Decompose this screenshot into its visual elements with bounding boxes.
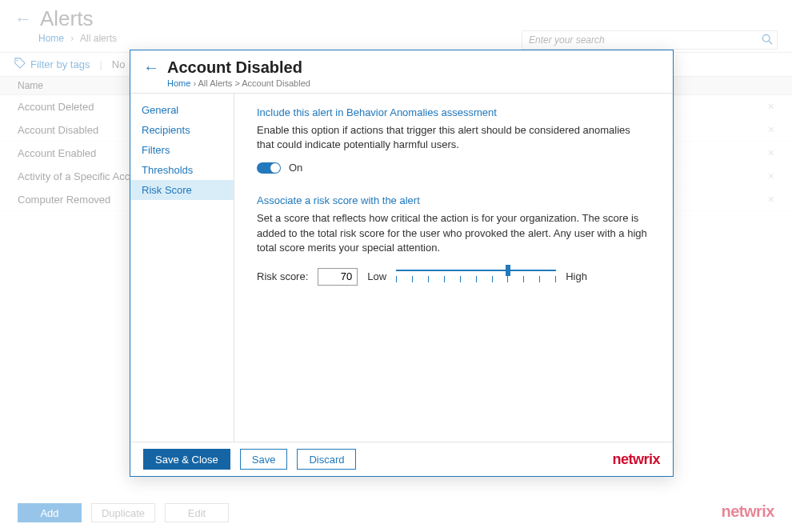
modal-brand-logo: netwrix	[612, 451, 660, 468]
discard-button[interactable]: Discard	[297, 449, 356, 470]
modal-title: Account Disabled	[167, 58, 302, 77]
modal-crumb-home[interactable]: Home	[167, 78, 190, 88]
save-button[interactable]: Save	[240, 449, 288, 470]
anomalies-toggle[interactable]	[257, 162, 281, 174]
save-close-button[interactable]: Save & Close	[143, 449, 230, 470]
risk-score-label: Risk score:	[257, 270, 308, 282]
sidebar-item-recipients[interactable]: Recipients	[130, 120, 234, 140]
sidebar-item-filters[interactable]: Filters	[130, 140, 234, 160]
section-score-text: Set a score that reflects how critical t…	[257, 211, 650, 255]
sidebar-item-risk-score[interactable]: Risk Score	[130, 180, 234, 200]
slider-low-label: Low	[367, 270, 386, 282]
modal-side-nav: GeneralRecipientsFiltersThresholdsRisk S…	[130, 94, 234, 442]
sidebar-item-thresholds[interactable]: Thresholds	[130, 160, 234, 180]
section-anomalies-title: Include this alert in Behavior Anomalies…	[257, 106, 650, 118]
section-anomalies-text: Enable this option if actions that trigg…	[257, 123, 650, 152]
modal-back-arrow-icon[interactable]: ←	[143, 58, 159, 77]
sidebar-item-general[interactable]: General	[130, 100, 234, 120]
modal-crumb-current: Account Disabled	[242, 78, 310, 88]
modal-crumb-mid: All Alerts	[198, 78, 233, 88]
anomalies-toggle-label: On	[289, 162, 302, 174]
risk-score-slider[interactable]	[396, 265, 556, 289]
slider-high-label: High	[566, 270, 587, 282]
risk-score-input[interactable]	[318, 268, 358, 286]
section-score-title: Associate a risk score with the alert	[257, 194, 650, 206]
modal-breadcrumb: Home › All Alerts > Account Disabled	[130, 78, 673, 88]
edit-alert-modal: ← Account Disabled Home › All Alerts > A…	[130, 50, 674, 477]
